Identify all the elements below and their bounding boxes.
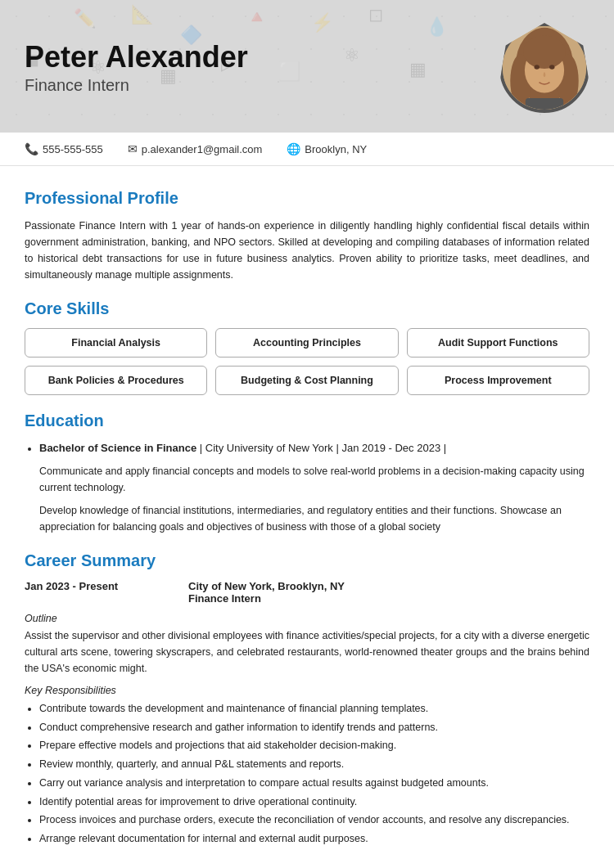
email-address: p.alexander1@gmail.com <box>142 143 263 155</box>
career-dates-block: Jan 2023 - Present <box>25 580 188 605</box>
location-contact: 🌐 Brooklyn, NY <box>287 142 367 155</box>
career-dates: Jan 2023 - Present <box>25 580 188 592</box>
resp-item-5: Carry out variance analysis and interpre… <box>39 776 589 791</box>
location-text: Brooklyn, NY <box>305 143 367 155</box>
header-text-block: Peter Alexander Finance Intern <box>25 41 248 96</box>
skill-badge-1: Financial Analysis <box>25 328 207 358</box>
career-outline-section: Outline Assist the supervisor and other … <box>25 613 589 847</box>
career-entry-1: Jan 2023 - Present City of New York, Bro… <box>25 580 589 605</box>
resp-item-2: Conduct comprehensive research and gathe… <box>39 720 589 735</box>
phone-icon: 📞 <box>25 142 38 155</box>
outline-text: Assist the supervisor and other division… <box>25 627 589 677</box>
resp-item-7: Process invoices and purchase orders, ex… <box>39 812 589 828</box>
svg-rect-8 <box>526 98 563 113</box>
applicant-name: Peter Alexander <box>25 41 248 74</box>
career-company: City of New York, Brooklyn, NY <box>188 580 589 592</box>
education-list: Bachelor of Science in Finance | City Un… <box>39 440 589 535</box>
skills-grid: Financial Analysis Accounting Principles… <box>25 328 589 395</box>
skill-badge-6: Process Improvement <box>407 366 589 395</box>
resp-item-4: Review monthly, quarterly, and annual P&… <box>39 757 589 772</box>
skill-badge-3: Audit Support Functions <box>407 328 589 358</box>
skill-badge-5: Budgeting & Cost Planning <box>215 366 398 395</box>
resp-item-3: Prepare effective models and projections… <box>39 738 589 753</box>
education-desc-1: Communicate and apply financial concepts… <box>39 463 589 496</box>
education-heading: Education <box>25 412 589 430</box>
contact-bar: 📞 555-555-555 ✉ p.alexander1@gmail.com 🌐… <box>0 133 614 166</box>
outline-label: Outline <box>25 613 589 624</box>
location-icon: 🌐 <box>287 142 300 155</box>
education-degree: Bachelor of Science in Finance | City Un… <box>39 442 446 454</box>
phone-number: 555-555-555 <box>43 143 103 155</box>
professional-profile-heading: Professional Profile <box>25 189 589 208</box>
education-desc-2: Develop knowledge of financial instituti… <box>39 502 589 535</box>
degree-bold: Bachelor of Science in Finance <box>39 442 196 454</box>
career-details-block: City of New York, Brooklyn, NY Finance I… <box>188 580 589 605</box>
avatar <box>499 23 589 113</box>
skill-badge-2: Accounting Principles <box>215 328 398 358</box>
header-section: ✏️ 📐 🔷 🔺 ⚡ ◻ 💧 ◼ ⚛ ▦ ▷ ⬜ ⚛ ▦ Peter Alexa… <box>0 0 614 133</box>
main-content: Professional Profile Passionate Finance … <box>0 166 614 868</box>
email-contact: ✉ p.alexander1@gmail.com <box>128 142 263 155</box>
skill-badge-4: Bank Policies & Procedures <box>25 366 207 395</box>
resp-item-1: Contribute towards the development and m… <box>39 701 589 717</box>
career-summary-heading: Career Summary <box>25 551 589 570</box>
career-role: Finance Intern <box>188 592 589 605</box>
email-icon: ✉ <box>128 142 138 155</box>
resp-item-6: Identify potential areas for improvement… <box>39 794 589 810</box>
core-skills-heading: Core Skills <box>25 299 589 318</box>
svg-point-7 <box>549 65 554 70</box>
phone-contact: 📞 555-555-555 <box>25 142 103 155</box>
responsibilities-list: Contribute towards the development and m… <box>39 701 589 847</box>
resp-item-8: Arrange relevant documentation for inter… <box>39 831 589 847</box>
key-resp-label: Key Responsibilities <box>25 685 589 696</box>
applicant-title: Finance Intern <box>25 76 248 95</box>
professional-profile-text: Passionate Finance Intern with 1 year of… <box>25 218 589 283</box>
svg-point-6 <box>534 65 539 70</box>
education-item: Bachelor of Science in Finance | City Un… <box>39 440 589 535</box>
svg-point-5 <box>523 35 566 69</box>
